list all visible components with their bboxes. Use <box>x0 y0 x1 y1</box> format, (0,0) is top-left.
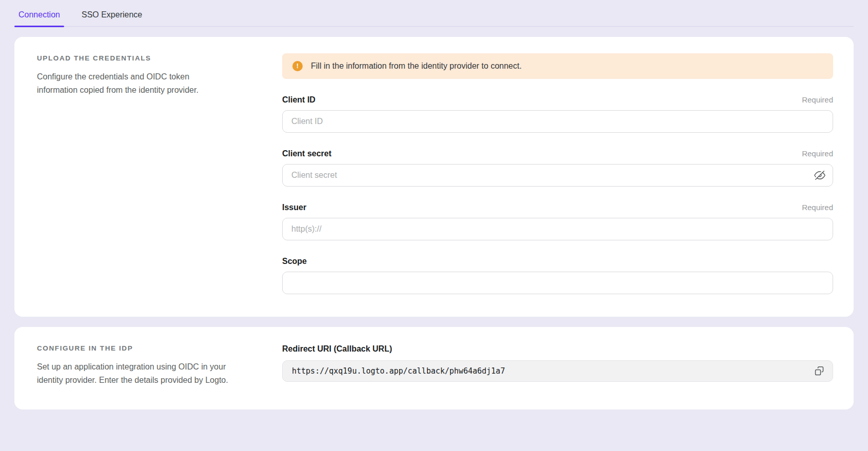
issuer-field: Issuer Required <box>282 203 833 240</box>
issuer-input[interactable] <box>282 218 833 240</box>
credentials-form: ! Fill in the information from the ident… <box>282 53 833 294</box>
scope-field: Scope <box>282 257 833 294</box>
client-id-label: Client ID <box>282 95 315 105</box>
info-alert-banner: ! Fill in the information from the ident… <box>282 53 833 79</box>
alert-circle-icon: ! <box>292 61 303 71</box>
alert-text: Fill in the information from the identit… <box>311 61 522 71</box>
field-header: Issuer Required <box>282 203 833 212</box>
client-secret-input[interactable] <box>282 164 833 187</box>
scope-input[interactable] <box>282 272 833 294</box>
section-title: UPLOAD THE CREDENTIALS <box>37 54 251 62</box>
eye-off-icon <box>814 170 825 181</box>
input-wrapper <box>282 218 833 240</box>
configure-idp-card: CONFIGURE IN THE IDP Set up an applicati… <box>14 327 854 409</box>
required-badge: Required <box>802 149 833 158</box>
copy-icon <box>814 366 824 376</box>
upload-credentials-card: UPLOAD THE CREDENTIALS Configure the cre… <box>14 37 854 317</box>
required-badge: Required <box>802 203 833 212</box>
input-wrapper <box>282 272 833 294</box>
section-description: Configure the credentials and OIDC token… <box>37 70 232 97</box>
client-secret-field: Client secret Required <box>282 149 833 187</box>
tab-sso-experience[interactable]: SSO Experience <box>77 6 146 26</box>
client-id-input[interactable] <box>282 110 833 133</box>
issuer-label: Issuer <box>282 203 306 212</box>
field-header: Client ID Required <box>282 95 833 105</box>
redirect-uri-value: https://qxq19u.logto.app/callback/phw64a… <box>292 366 812 376</box>
input-wrapper <box>282 110 833 133</box>
idp-card-intro: CONFIGURE IN THE IDP Set up an applicati… <box>37 343 282 387</box>
section-title: CONFIGURE IN THE IDP <box>37 344 251 352</box>
credentials-card-intro: UPLOAD THE CREDENTIALS Configure the cre… <box>37 53 282 294</box>
client-secret-label: Client secret <box>282 149 331 158</box>
required-badge: Required <box>802 95 833 104</box>
field-header: Scope <box>282 257 833 266</box>
redirect-uri-label: Redirect URI (Callback URL) <box>282 344 833 354</box>
tab-bar: Connection SSO Experience <box>14 0 854 27</box>
field-header: Client secret Required <box>282 149 833 158</box>
idp-form: Redirect URI (Callback URL) https://qxq1… <box>282 343 833 387</box>
copy-button[interactable] <box>812 364 826 378</box>
toggle-secret-visibility-button[interactable] <box>813 169 826 182</box>
client-id-field: Client ID Required <box>282 95 833 133</box>
scope-label: Scope <box>282 257 307 266</box>
tab-connection[interactable]: Connection <box>14 6 64 26</box>
redirect-uri-copy-box: https://qxq19u.logto.app/callback/phw64a… <box>282 360 833 382</box>
section-description: Set up an application integration using … <box>37 360 232 387</box>
input-wrapper <box>282 164 833 187</box>
